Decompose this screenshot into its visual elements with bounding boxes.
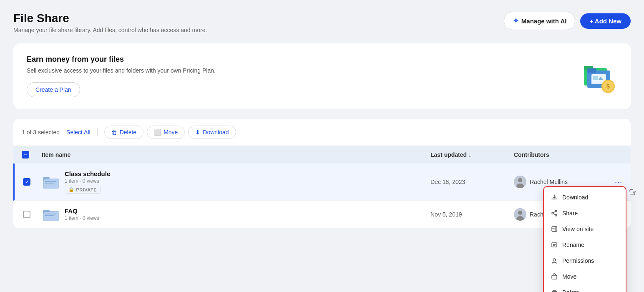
context-share[interactable]: Share <box>544 205 626 221</box>
header-last-updated: Last updated ↓ <box>430 151 514 158</box>
promo-illustration: $ <box>580 60 617 93</box>
context-download-label: Download <box>562 194 588 201</box>
svg-point-18 <box>555 210 557 212</box>
row2-meta: 1 item · 0 views <box>65 215 99 221</box>
row1-checkbox-col <box>23 178 43 186</box>
toolbar-divider <box>97 128 98 136</box>
svg-rect-13 <box>45 181 56 182</box>
header-checkbox-col <box>22 151 42 159</box>
svg-rect-12 <box>44 179 59 188</box>
svg-point-20 <box>552 212 553 214</box>
download-button[interactable]: ⬇ Download <box>188 126 236 139</box>
toolbar-actions: 🗑 Delete ⬜ Move ⬇ Download <box>104 126 236 139</box>
promo-title: Earn money from your files <box>27 55 216 64</box>
table-row: Class schedule 1 item · 0 views 🔒 PRIVAT… <box>13 164 631 201</box>
row1-last-updated: Dec 18, 2023 <box>430 179 514 185</box>
header-left: File Share Manage your file share librar… <box>13 12 207 33</box>
context-download[interactable]: Download <box>544 189 626 205</box>
context-rename[interactable]: Rename <box>544 237 626 253</box>
context-view-label: View on site <box>562 226 594 232</box>
view-cm-icon <box>551 225 558 233</box>
select-all-checkbox[interactable] <box>22 151 29 159</box>
page-title: File Share <box>13 12 207 25</box>
row1-name: Class schedule <box>65 170 110 177</box>
table-row: FAQ 1 item · 0 views Nov 5, 2019 Rachel … <box>13 201 631 228</box>
context-delete-label: Delete <box>562 289 579 292</box>
download-cm-icon <box>551 194 558 201</box>
add-new-button[interactable]: + Add New <box>580 13 631 29</box>
svg-rect-34 <box>45 214 56 214</box>
page-subtitle: Manage your file share library. Add file… <box>13 27 207 33</box>
move-icon: ⬜ <box>154 129 161 136</box>
svg-rect-29 <box>553 290 556 291</box>
folder-icon <box>43 175 60 189</box>
svg-rect-5 <box>593 76 598 80</box>
context-permissions-label: Permissions <box>562 257 594 264</box>
selection-info: 1 of 3 selected <box>22 129 60 136</box>
row2-checkbox[interactable] <box>23 211 30 218</box>
manage-with-ai-button[interactable]: ✦ Manage with AI <box>504 12 576 30</box>
context-menu: Download Share View on site <box>543 186 626 292</box>
svg-rect-33 <box>44 212 59 221</box>
create-plan-button[interactable]: Create a Plan <box>27 82 80 97</box>
row2-checkbox-col <box>23 211 43 218</box>
row1-meta: 1 item · 0 views <box>65 178 110 184</box>
row1-more-button[interactable]: ··· Download Share <box>597 178 622 186</box>
page-header: File Share Manage your file share librar… <box>13 12 631 33</box>
svg-point-16 <box>518 178 522 182</box>
svg-rect-23 <box>552 227 557 232</box>
download-icon: ⬇ <box>195 129 200 136</box>
svg-rect-28 <box>552 275 557 279</box>
svg-point-19 <box>555 214 557 216</box>
row1-item-info: Class schedule 1 item · 0 views 🔒 PRIVAT… <box>43 170 430 194</box>
svg-point-37 <box>518 211 522 215</box>
row1-contributor-name: Rachel Mullins <box>530 179 568 185</box>
promo-description: Sell exclusive access to your files and … <box>27 67 216 74</box>
svg-rect-14 <box>45 183 54 184</box>
context-permissions[interactable]: Permissions <box>544 253 626 269</box>
select-all-button[interactable]: Select All <box>66 129 91 136</box>
svg-line-22 <box>553 214 555 215</box>
folder-icon <box>43 208 60 221</box>
context-share-label: Share <box>562 210 578 216</box>
promo-card-content: Earn money from your files Sell exclusiv… <box>27 55 216 97</box>
context-move[interactable]: Move <box>544 269 626 284</box>
row1-avatar <box>514 176 526 188</box>
header-item-name: Item name <box>42 151 430 158</box>
promo-card: Earn money from your files Sell exclusiv… <box>13 43 631 109</box>
move-button[interactable]: ⬜ Move <box>147 126 185 139</box>
permissions-cm-icon <box>551 257 558 264</box>
row2-item-info: FAQ 1 item · 0 views <box>43 207 430 221</box>
table-header: Item name Last updated ↓ Contributors <box>13 146 631 164</box>
main-content: 1 of 3 selected Select All 🗑 Delete ⬜ Mo… <box>13 119 631 228</box>
row2-last-updated: Nov 5, 2019 <box>430 211 514 218</box>
row1-private-badge: 🔒 PRIVATE <box>65 186 101 194</box>
row2-avatar <box>514 208 526 221</box>
more-dots-icon: ··· <box>615 178 622 186</box>
row1-checkbox[interactable] <box>23 178 30 186</box>
svg-point-27 <box>553 259 556 261</box>
row2-item-details: FAQ 1 item · 0 views <box>65 207 99 221</box>
rename-cm-icon <box>551 241 558 249</box>
svg-rect-30 <box>552 291 557 292</box>
toolbar: 1 of 3 selected Select All 🗑 Delete ⬜ Mo… <box>13 119 631 146</box>
delete-button[interactable]: 🗑 Delete <box>104 126 143 139</box>
context-move-label: Move <box>562 273 576 280</box>
share-cm-icon <box>551 209 558 217</box>
context-delete[interactable]: Delete <box>544 284 626 292</box>
lock-icon: 🔒 <box>68 187 75 192</box>
context-rename-label: Rename <box>562 242 584 248</box>
header-contributors: Contributors <box>514 151 597 158</box>
context-view-on-site[interactable]: View on site <box>544 221 626 237</box>
row1-item-details: Class schedule 1 item · 0 views 🔒 PRIVAT… <box>65 170 110 194</box>
delete-cm-icon <box>551 289 558 292</box>
move-cm-icon <box>551 273 558 280</box>
trash-icon: 🗑 <box>111 129 117 136</box>
sparkle-icon: ✦ <box>513 16 519 25</box>
svg-text:$: $ <box>606 83 610 90</box>
svg-rect-35 <box>45 215 54 216</box>
svg-rect-24 <box>552 243 557 247</box>
cursor-hand: ☞ <box>629 185 639 199</box>
header-actions: ✦ Manage with AI + Add New <box>504 12 631 30</box>
row2-name: FAQ <box>65 207 99 214</box>
